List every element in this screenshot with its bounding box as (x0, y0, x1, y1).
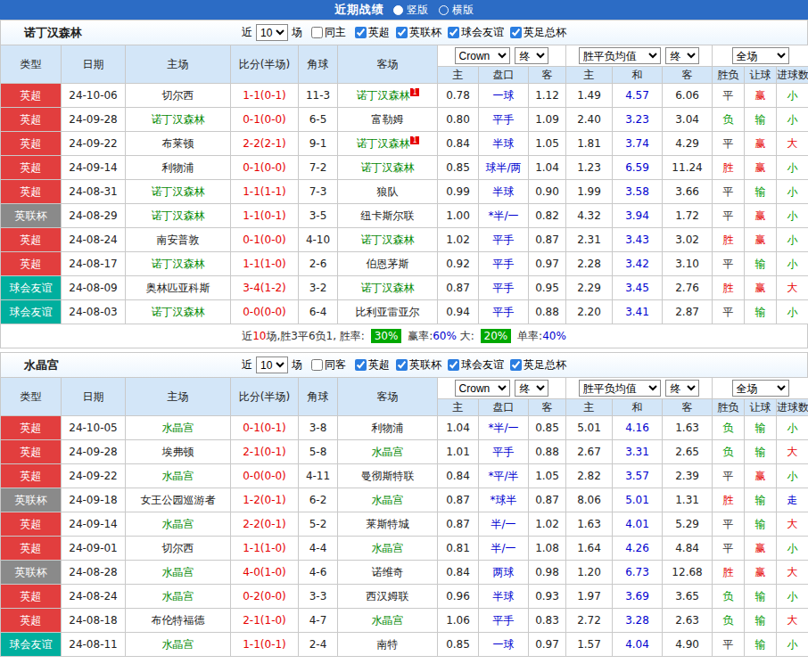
league-filter-checkbox[interactable] (510, 359, 522, 371)
same-venue-filter[interactable]: 同客 (305, 357, 346, 373)
home-odds-cell: 0.94 (438, 300, 479, 324)
wdl-cell: 平 (713, 252, 745, 276)
team-name: 水晶宫 (372, 614, 404, 627)
score-cell: 2-1(0-1) (231, 440, 299, 464)
league-filter-checkbox[interactable] (448, 27, 459, 38)
away-team-cell: 狼队 (338, 180, 438, 204)
team-name: 诺丁汉森林 (152, 258, 205, 270)
match-row: 英超24-09-14利物浦0-1(0-0)7-2诺丁汉森林0.85球半/两1.0… (1, 156, 808, 180)
view-option[interactable]: 横版 (439, 3, 474, 18)
home-team-cell: 南安普敦 (126, 228, 231, 252)
match-row: 英联杯24-08-29诺丁汉森林1-1(0-1)3-5纽卡斯尔联1.00*半/一… (1, 204, 808, 228)
team-name: 诺丁汉森林 (152, 185, 205, 198)
odds-time-select[interactable]: 终 (515, 47, 548, 64)
league-filter[interactable]: 球会友谊 (441, 357, 504, 373)
home-team-cell: 水晶宫 (126, 561, 231, 585)
league-filter[interactable]: 英足总杯 (504, 357, 566, 373)
avg-draw-cell: 3.58 (613, 180, 663, 204)
col-header-handicap-result: 让球 (745, 67, 777, 84)
date-cell: 24-09-22 (62, 132, 126, 156)
date-cell: 24-10-05 (62, 416, 126, 440)
avg-time-select[interactable]: 终 (665, 380, 699, 397)
league-filter-checkbox[interactable] (510, 27, 522, 38)
col-header-wdl: 胜负 (713, 399, 745, 416)
league-filter[interactable]: 英联杯 (390, 357, 441, 373)
date-cell: 24-10-06 (62, 84, 126, 108)
same-venue-checkbox[interactable] (311, 27, 323, 38)
match-count-select[interactable]: 10 (256, 356, 288, 373)
team-name: 诺维奇 (372, 566, 404, 578)
away-team-cell: 曼彻斯特联 (338, 464, 438, 488)
avg-draw-cell: 6.59 (613, 156, 663, 180)
away-team-cell: 比利亚雷亚尔 (338, 300, 438, 324)
date-cell: 24-09-01 (62, 537, 126, 561)
avg-away-cell: 1.31 (663, 488, 713, 512)
summary-segment: 赢率: (404, 329, 433, 344)
scope-select[interactable]: 全场 (732, 47, 789, 64)
team-name: 伯恩茅斯 (367, 258, 409, 270)
radio-selected-icon[interactable] (393, 5, 403, 15)
summary-segment: 场,胜3平6负1, 胜率: (266, 329, 367, 344)
away-odds-cell: 0.88 (529, 300, 566, 324)
handicap-result-cell: 输 (745, 512, 777, 537)
avg-home-cell: 1.97 (566, 585, 613, 609)
view-option[interactable]: 竖版 (393, 3, 428, 18)
same-venue-filter[interactable]: 同主 (305, 25, 346, 40)
league-filter-checkbox[interactable] (396, 27, 408, 38)
col-header-home: 主场 (126, 378, 231, 416)
radio-unselected-icon[interactable] (439, 5, 449, 15)
odds-time-select[interactable]: 终 (515, 380, 548, 397)
league-filter[interactable]: 英足总杯 (504, 25, 566, 40)
same-venue-checkbox[interactable] (311, 359, 323, 371)
match-count-select[interactable]: 10 (256, 24, 288, 41)
date-cell: 24-08-31 (62, 180, 126, 204)
away-team-cell: 水晶宫 (338, 537, 438, 561)
league-filter-checkbox[interactable] (355, 359, 367, 371)
score-cell: 4-0(1-0) (231, 561, 299, 585)
odds-source-select[interactable]: Crown (455, 47, 510, 64)
away-team-cell: 水晶宫 (338, 609, 438, 633)
score-cell: 1-1(0-1) (231, 84, 299, 108)
crystal-palace-section: 水晶宫 近 10 场 同客 英超英联杯球会友谊英足总杯 (0, 352, 808, 657)
avg-draw-cell: 3.74 (613, 132, 663, 156)
wdl-cell: 平 (713, 464, 745, 488)
team-section-title: 诺丁汉森林 (24, 25, 82, 41)
score-cell: 1-1(1-1) (231, 180, 299, 204)
away-team-cell: 诺丁汉森林 (338, 156, 438, 180)
corner-cell: 2-6 (299, 252, 338, 276)
league-filter[interactable]: 英超 (349, 25, 390, 40)
avg-source-select[interactable]: 胜平负均值 (579, 380, 661, 397)
league-filter-label: 英联杯 (409, 25, 441, 40)
league-badge-cell: 英超 (1, 585, 62, 609)
wdl-cell: 负 (713, 585, 745, 609)
avg-home-cell: 1.49 (566, 84, 613, 108)
league-filter-checkbox[interactable] (396, 359, 408, 371)
goals-cell: 大 (777, 512, 808, 537)
league-filter[interactable]: 英联杯 (390, 25, 441, 40)
avg-time-select[interactable]: 终 (665, 47, 699, 64)
away-odds-cell: 1.08 (529, 537, 566, 561)
wdl-cell: 平 (713, 84, 745, 108)
score-cell: 0-2(0-0) (231, 585, 299, 609)
odds-source-select[interactable]: Crown (455, 380, 510, 397)
col-header-corner: 角球 (299, 378, 338, 416)
avg-home-cell: 2.40 (566, 108, 613, 132)
scope-select[interactable]: 全场 (732, 380, 789, 397)
col-header-goals: 进球数 (777, 67, 808, 84)
team-name: 莱斯特城 (367, 518, 409, 530)
team-name: 埃弗顿 (162, 446, 194, 458)
home-odds-cell: 0.84 (438, 561, 479, 585)
avg-source-select[interactable]: 胜平负均值 (579, 47, 661, 64)
team-name: 西汉姆联 (367, 590, 409, 602)
away-team-cell: 纽卡斯尔联 (338, 204, 438, 228)
home-odds-cell: 0.87 (438, 512, 479, 537)
home-odds-cell: 0.96 (438, 585, 479, 609)
league-filter-checkbox[interactable] (355, 27, 367, 38)
avg-home-cell: 1.81 (566, 132, 613, 156)
team-section-title: 水晶宫 (24, 357, 59, 373)
league-filter[interactable]: 英超 (349, 357, 390, 373)
league-filter-checkbox[interactable] (448, 359, 459, 371)
league-filter[interactable]: 球会友谊 (441, 25, 504, 40)
match-row: 英超24-09-28埃弗顿2-1(0-1)5-8水晶宫1.01平手0.882.6… (1, 440, 808, 464)
corner-cell: 4-4 (299, 537, 338, 561)
